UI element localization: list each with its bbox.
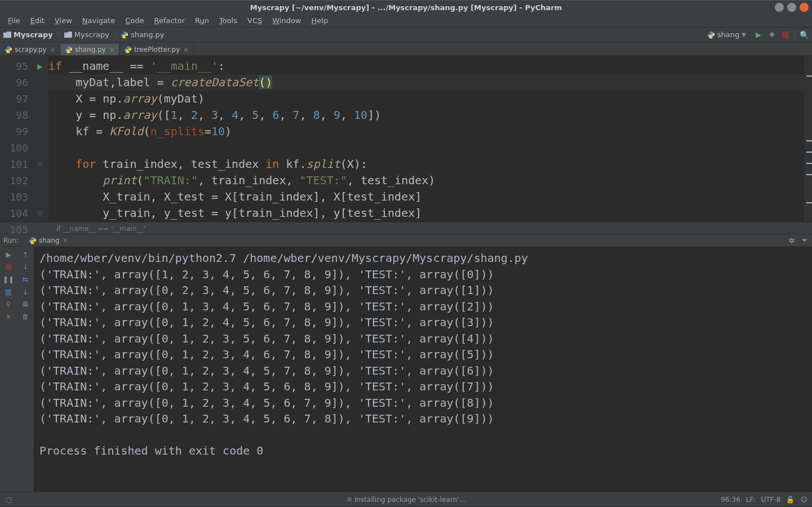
folder-icon — [64, 32, 72, 38]
close-icon[interactable]: × — [4, 312, 13, 321]
title-bar: Myscrapy [~/venv/Myscrapy] - .../Myscrap… — [0, 0, 812, 14]
run-gutter-icon[interactable]: ▶ — [37, 63, 42, 70]
breadcrumb-folder[interactable]: Myscrapy — [64, 30, 109, 39]
window-title: Myscrapy [~/venv/Myscrapy] - .../Myscrap… — [250, 3, 562, 12]
menu-vcs[interactable]: VCS — [243, 15, 267, 26]
print-icon[interactable]: 🖶 — [21, 300, 30, 309]
run-config-selector[interactable]: shang ▼ — [704, 29, 749, 40]
breadcrumb-file[interactable]: shang.py — [121, 30, 165, 39]
caret-position[interactable]: 96:36 — [721, 496, 740, 504]
chevron-right-icon: 〉 — [114, 31, 119, 39]
error-stripe[interactable] — [804, 56, 812, 222]
menu-window[interactable]: Window — [268, 15, 305, 26]
rerun-button[interactable]: ▶ — [4, 250, 13, 259]
gutter-icons: ▶ ⊟ ⊟ — [32, 56, 48, 222]
close-icon[interactable]: × — [109, 46, 114, 54]
debug-button[interactable]: ✸ — [767, 30, 776, 39]
editor-tab-label: shang.py — [75, 46, 106, 54]
menu-help[interactable]: Help — [307, 15, 333, 26]
hide-icon[interactable]: ⏷ — [800, 236, 809, 245]
layout-button[interactable]: ▥ — [4, 287, 13, 296]
search-everywhere-button[interactable]: 🔍 — [800, 30, 809, 39]
editor[interactable]: 9596979899100101102103104105 ▶ ⊟ ⊟ if __… — [0, 56, 812, 222]
down-stack-icon[interactable]: ↓ — [21, 263, 30, 272]
run-config-label: shang — [717, 30, 739, 39]
menu-refactor[interactable]: Refactor — [149, 15, 189, 26]
pause-button[interactable]: ❚❚ — [4, 275, 13, 284]
run-tool-window-header: Run: shang × ✲ ⏷ — [0, 234, 812, 247]
maximize-button[interactable] — [787, 3, 796, 12]
line-number-gutter: 9596979899100101102103104105 — [0, 56, 32, 222]
gear-icon[interactable]: ✲ — [787, 236, 796, 245]
hector-icon[interactable]: ☺ — [800, 496, 807, 504]
status-bar: ▢ ✲ Installing package 'scikit-learn'...… — [0, 492, 812, 506]
minimize-button[interactable] — [775, 3, 784, 12]
python-file-icon — [707, 31, 715, 39]
run-console: ▶ ❚❚ ▥ ⚲ × ↑ ↓ ⇆ ⤓ 🖶 🗑 /home/wber/venv/b… — [0, 247, 812, 492]
close-button[interactable] — [800, 3, 809, 12]
structure-breadcrumb-label: if __name__ == '__main__' — [56, 225, 145, 233]
scroll-end-icon[interactable]: ⤓ — [21, 287, 30, 296]
stop-button[interactable] — [4, 263, 13, 272]
lock-icon[interactable]: 🔓 — [786, 496, 795, 504]
chevron-right-icon: 〉 — [57, 31, 63, 39]
status-message: ✲ Installing package 'scikit-learn'... — [347, 496, 465, 504]
attach-button[interactable]: ⚲ — [4, 300, 13, 309]
python-file-icon — [29, 237, 37, 244]
code-area[interactable]: if __name__ == '__main__': myDat,label =… — [48, 56, 804, 222]
close-icon[interactable]: × — [63, 237, 68, 244]
breadcrumb-root[interactable]: Myscrapy — [3, 30, 53, 39]
run-toolbar-left: ▶ ❚❚ ▥ ⚲ × — [0, 247, 17, 492]
run-tab-label: shang — [39, 237, 59, 244]
encoding[interactable]: UTF-8 — [761, 496, 781, 504]
editor-tab-shang[interactable]: shang.py × — [60, 44, 119, 55]
menu-file[interactable]: FFileile — [3, 15, 25, 26]
divider — [795, 30, 795, 40]
navigation-bar: Myscrapy 〉 Myscrapy 〉 shang.py shang ▼ ▶… — [0, 28, 812, 42]
line-separator[interactable]: LF: — [746, 496, 756, 504]
menu-edit[interactable]: Edit — [26, 15, 49, 26]
menu-navigate[interactable]: Navigate — [78, 15, 119, 26]
fold-icon[interactable]: ⊟ — [38, 161, 42, 167]
console-output[interactable]: /home/wber/venv/bin/python2.7 /home/wber… — [34, 247, 812, 492]
python-file-icon — [121, 31, 128, 39]
up-stack-icon[interactable]: ↑ — [21, 250, 30, 259]
run-button[interactable]: ▶ — [754, 30, 763, 39]
tool-windows-icon[interactable]: ▢ — [5, 495, 14, 504]
run-tab-shang[interactable]: shang × — [25, 235, 72, 246]
chevron-down-icon: ▼ — [742, 32, 746, 38]
menu-code[interactable]: Code — [121, 15, 148, 26]
editor-tab-treeplotter[interactable]: treePlotter.py × — [119, 44, 193, 55]
python-file-icon — [124, 46, 132, 54]
editor-tabs: scrapy.py × shang.py × treePlotter.py × — [0, 42, 812, 56]
python-file-icon — [65, 46, 73, 54]
editor-tab-label: scrapy.py — [15, 46, 47, 54]
editor-tab-scrapy[interactable]: scrapy.py × — [0, 44, 60, 55]
menu-tools[interactable]: Tools — [215, 15, 242, 26]
folder-icon — [3, 32, 11, 38]
menu-run[interactable]: Run — [190, 15, 214, 26]
run-tool-label: Run: — [3, 237, 19, 244]
menu-bar: FFileile Edit View Navigate Code Refacto… — [0, 14, 812, 28]
close-icon[interactable]: × — [183, 46, 188, 54]
close-icon[interactable]: × — [50, 46, 55, 54]
run-toolbar-right: ↑ ↓ ⇆ ⤓ 🖶 🗑 — [17, 247, 34, 492]
structure-breadcrumb[interactable]: if __name__ == '__main__' — [0, 222, 812, 234]
stop-button[interactable] — [781, 30, 790, 39]
soft-wrap-icon[interactable]: ⇆ — [21, 275, 30, 284]
python-file-icon — [5, 46, 12, 54]
trash-icon[interactable]: 🗑 — [21, 312, 30, 321]
editor-tab-label: treePlotter.py — [134, 46, 180, 54]
menu-view[interactable]: View — [50, 15, 77, 26]
fold-icon[interactable]: ⊟ — [38, 210, 42, 216]
